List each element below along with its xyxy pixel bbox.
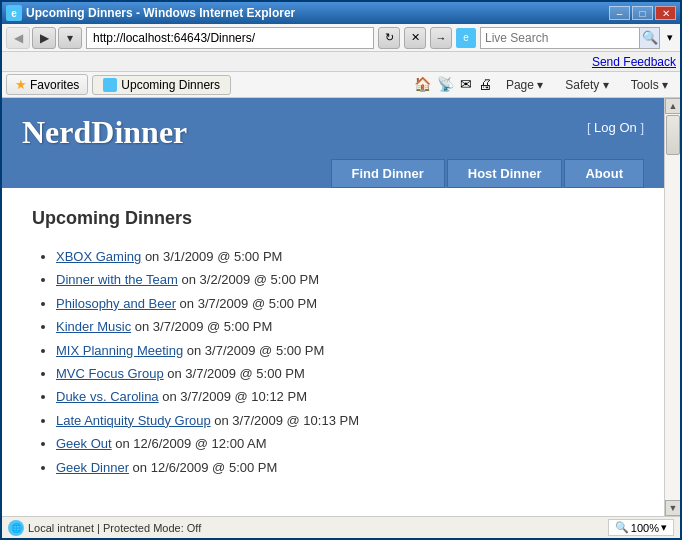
address-input[interactable] (86, 27, 374, 49)
list-item: Kinder Music on 3/7/2009 @ 5:00 PM (56, 315, 634, 338)
tools-button[interactable]: Tools ▾ (623, 76, 676, 94)
section-title: Upcoming Dinners (32, 208, 634, 229)
status-right: 🔍 100% ▾ (608, 519, 674, 536)
host-dinner-tab[interactable]: Host Dinner (447, 159, 563, 188)
list-item: Geek Out on 12/6/2009 @ 12:00 AM (56, 432, 634, 455)
go-button[interactable]: → (430, 27, 452, 49)
page-button[interactable]: Page ▾ (498, 76, 551, 94)
find-dinner-tab[interactable]: Find Dinner (331, 159, 445, 188)
dinner-date: on 3/7/2009 @ 5:00 PM (183, 343, 324, 358)
dinner-date: on 12/6/2009 @ 12:00 AM (112, 436, 267, 451)
scrollbar: ▲ ▼ (664, 98, 680, 516)
scroll-up-button[interactable]: ▲ (665, 98, 680, 114)
dinner-link[interactable]: XBOX Gaming (56, 249, 141, 264)
dinner-date: on 3/2/2009 @ 5:00 PM (178, 272, 319, 287)
mail-icon[interactable]: ✉ (460, 76, 472, 94)
back-button[interactable]: ◀ (6, 27, 30, 49)
nav-buttons: ◀ ▶ ▾ (6, 27, 82, 49)
address-bar: ◀ ▶ ▾ ↻ ✕ → e 🔍 ▾ (2, 24, 680, 52)
dinner-link[interactable]: Philosophy and Beer (56, 296, 176, 311)
list-item: Philosophy and Beer on 3/7/2009 @ 5:00 P… (56, 292, 634, 315)
safety-button[interactable]: Safety ▾ (557, 76, 616, 94)
page-label: Page ▾ (506, 78, 543, 92)
zoom-icon: 🔍 (615, 521, 629, 534)
window-title: Upcoming Dinners - Windows Internet Expl… (26, 6, 295, 20)
refresh-button[interactable]: ↻ (378, 27, 400, 49)
dropdown-button[interactable]: ▾ (58, 27, 82, 49)
status-bar: 🌐 Local intranet | Protected Mode: Off 🔍… (2, 516, 680, 538)
dinner-date: on 3/7/2009 @ 5:00 PM (131, 319, 272, 334)
content-area: NerdDinner [ Log On ] Find Dinner Host D… (2, 98, 680, 516)
dinner-link[interactable]: Geek Dinner (56, 460, 129, 475)
dinner-link[interactable]: Kinder Music (56, 319, 131, 334)
print-icon[interactable]: 🖨 (478, 76, 492, 94)
maximize-button[interactable]: □ (632, 6, 653, 20)
dinner-link[interactable]: MVC Focus Group (56, 366, 164, 381)
dinner-date: on 12/6/2009 @ 5:00 PM (129, 460, 277, 475)
send-feedback-link[interactable]: Send Feedback (592, 55, 676, 69)
list-item: XBOX Gaming on 3/1/2009 @ 5:00 PM (56, 245, 634, 268)
home-icon[interactable]: 🏠 (414, 76, 431, 94)
window-controls: – □ ✕ (609, 6, 676, 20)
forward-button[interactable]: ▶ (32, 27, 56, 49)
list-item: Duke vs. Carolina on 3/7/2009 @ 10:12 PM (56, 385, 634, 408)
main-section: Upcoming Dinners XBOX Gaming on 3/1/2009… (2, 188, 664, 499)
dinner-date: on 3/7/2009 @ 10:12 PM (159, 389, 307, 404)
menu-bar: Send Feedback (2, 52, 680, 72)
dinner-date: on 3/7/2009 @ 10:13 PM (211, 413, 359, 428)
list-item: MIX Planning Meeting on 3/7/2009 @ 5:00 … (56, 339, 634, 362)
close-button[interactable]: ✕ (655, 6, 676, 20)
scroll-thumb[interactable] (666, 115, 680, 155)
browser-window: e Upcoming Dinners - Windows Internet Ex… (0, 0, 682, 540)
zoom-level: 100% (631, 522, 659, 534)
ie-icon: e (6, 5, 22, 21)
title-bar: e Upcoming Dinners - Windows Internet Ex… (2, 2, 680, 24)
search-engine-icon: e (456, 28, 476, 48)
search-input[interactable] (481, 31, 639, 45)
tab-label: Upcoming Dinners (121, 78, 220, 92)
list-item: Late Antiquity Study Group on 3/7/2009 @… (56, 409, 634, 432)
dinner-date: on 3/1/2009 @ 5:00 PM (141, 249, 282, 264)
log-on-area: [ Log On ] (587, 114, 644, 135)
zoom-button[interactable]: 🔍 100% ▾ (608, 519, 674, 536)
dinner-link[interactable]: Duke vs. Carolina (56, 389, 159, 404)
dinner-link[interactable]: Late Antiquity Study Group (56, 413, 211, 428)
favorites-label: Favorites (30, 78, 79, 92)
log-on-link[interactable]: Log On (594, 120, 637, 135)
feeds-icon[interactable]: 📡 (437, 76, 454, 94)
scroll-track (665, 114, 680, 500)
nav-tabs: Find Dinner Host Dinner About (2, 151, 664, 188)
status-globe-icon: 🌐 (8, 520, 24, 536)
site-title: NerdDinner (22, 114, 187, 151)
zoom-dropdown-icon: ▾ (661, 521, 667, 534)
nerd-header: NerdDinner [ Log On ] (2, 98, 664, 151)
minimize-button[interactable]: – (609, 6, 630, 20)
favorites-button[interactable]: ★ Favorites (6, 74, 88, 95)
dinner-link[interactable]: Dinner with the Team (56, 272, 178, 287)
list-item: Dinner with the Team on 3/2/2009 @ 5:00 … (56, 268, 634, 291)
search-button[interactable]: 🔍 (639, 28, 659, 48)
search-bar: 🔍 (480, 27, 660, 49)
search-dropdown[interactable]: ▾ (664, 31, 676, 44)
tab-icon (103, 78, 117, 92)
list-item: Geek Dinner on 12/6/2009 @ 5:00 PM (56, 456, 634, 479)
tools-label: Tools ▾ (631, 78, 668, 92)
title-bar-left: e Upcoming Dinners - Windows Internet Ex… (6, 5, 295, 21)
list-item: MVC Focus Group on 3/7/2009 @ 5:00 PM (56, 362, 634, 385)
page-content: NerdDinner [ Log On ] Find Dinner Host D… (2, 98, 664, 516)
dinner-link[interactable]: Geek Out (56, 436, 112, 451)
status-text: Local intranet | Protected Mode: Off (28, 522, 201, 534)
bracket-close: ] (637, 120, 644, 135)
favorites-bar: ★ Favorites Upcoming Dinners 🏠 📡 ✉ 🖨 Pag… (2, 72, 680, 98)
star-icon: ★ (15, 77, 27, 92)
dinner-date: on 3/7/2009 @ 5:00 PM (164, 366, 305, 381)
stop-button[interactable]: ✕ (404, 27, 426, 49)
scroll-down-button[interactable]: ▼ (665, 500, 680, 516)
toolbar-icons: 🏠 📡 ✉ 🖨 Page ▾ Safety ▾ Tools ▾ (414, 76, 676, 94)
dinner-link[interactable]: MIX Planning Meeting (56, 343, 183, 358)
tab-button[interactable]: Upcoming Dinners (92, 75, 231, 95)
about-tab[interactable]: About (564, 159, 644, 188)
dinner-date: on 3/7/2009 @ 5:00 PM (176, 296, 317, 311)
dinner-list: XBOX Gaming on 3/1/2009 @ 5:00 PMDinner … (32, 245, 634, 479)
safety-label: Safety ▾ (565, 78, 608, 92)
